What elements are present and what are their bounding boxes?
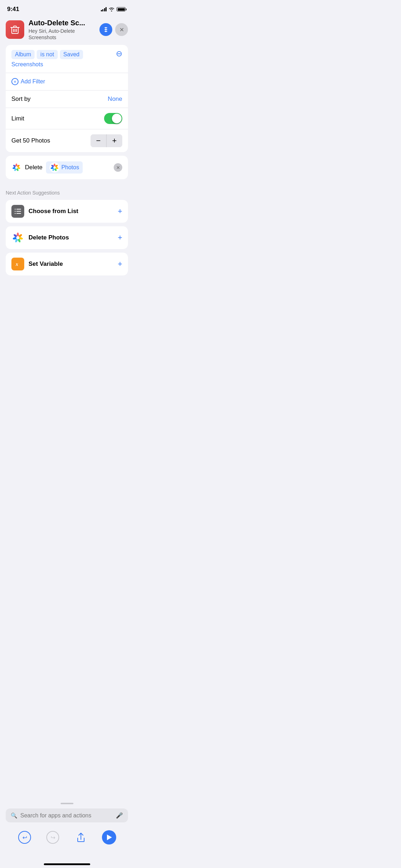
delete-remove-button[interactable]: ✕ [114,163,122,172]
app-title: Auto-Delete Sc... [29,19,95,27]
photos-chip-icon [50,162,60,172]
header: Auto-Delete Sc... Hey Siri, Auto-Delete … [0,16,134,45]
delete-label: Delete [25,164,42,171]
suggestion-variable-label: Set Variable [29,260,63,268]
filter-row[interactable]: Album is not Saved Screenshots ⊖ [6,45,128,73]
suggestion-choose-label: Choose from List [29,208,78,215]
suggestion-left-choose: Choose from List [11,205,78,218]
photos-chip-label: Photos [61,164,79,171]
svg-text:x: x [15,262,18,267]
status-icons [101,7,127,11]
suggestion-left-variable: x Set Variable [11,258,63,270]
filter-album-chip[interactable]: Album [11,50,35,59]
filter-content: Album is not Saved Screenshots [11,50,113,68]
svg-rect-26 [16,209,21,210]
add-filter-row[interactable]: + Add Filter [6,73,128,91]
status-bar: 9:41 [0,0,134,16]
variable-icon: x [11,258,24,270]
list-icon [11,205,24,218]
settings-button[interactable] [99,23,112,36]
filter-card: Album is not Saved Screenshots ⊖ + Add F… [6,45,128,152]
suggestions-section: Next Action Suggestions Choose from List… [0,183,134,283]
toggle-thumb [112,114,122,123]
plus-circle-icon: + [11,78,19,85]
get-photos-row: Get 50 Photos − + [6,129,128,152]
app-subtitle: Hey Siri, Auto-Delete Screenshots [29,28,95,41]
filter-value-chip[interactable]: Saved [60,50,83,59]
suggestion-choose-add-button[interactable]: + [118,207,122,216]
filter-condition-chip[interactable]: is not [37,50,57,59]
sort-label: Sort by [11,95,31,103]
svg-rect-27 [15,211,16,212]
add-filter-label: Add Filter [21,78,45,85]
stepper-plus-button[interactable]: + [107,134,122,147]
suggestion-delete-label: Delete Photos [29,234,69,241]
suggestion-variable-add-button[interactable]: + [118,259,122,269]
svg-point-39 [16,236,20,239]
limit-row[interactable]: Limit [6,108,128,129]
filter-remove-button[interactable]: ⊖ [116,50,122,58]
battery-icon [117,7,127,11]
suggestion-left-delete: Delete Photos [11,231,69,244]
add-filter-button[interactable]: + Add Filter [11,78,45,85]
photos-suggestion-icon [11,231,24,244]
svg-rect-30 [16,213,21,214]
signal-icon [101,7,107,11]
sort-value[interactable]: None [108,95,122,103]
limit-toggle[interactable] [104,113,122,124]
delete-action-content: Delete Photos [11,161,83,174]
photos-app-icon-delete [11,162,21,172]
status-time: 9:41 [7,6,19,13]
trash-icon [10,24,20,35]
get-photos-label: Get 50 Photos [11,137,50,144]
close-button[interactable]: ✕ [115,23,128,36]
quantity-stepper[interactable]: − + [91,134,122,147]
photos-chip[interactable]: Photos [46,161,83,174]
svg-point-24 [53,166,56,169]
suggestion-choose-from-list[interactable]: Choose from List + [6,200,128,223]
svg-rect-29 [15,213,16,214]
svg-rect-28 [16,211,21,212]
delete-action-card: Delete Photos ✕ [6,156,128,179]
limit-label: Limit [11,115,24,122]
wifi-icon [109,7,114,11]
svg-rect-25 [15,209,16,210]
scroll-area: Album is not Saved Screenshots ⊖ + Add F… [0,45,134,179]
app-icon [6,20,24,39]
suggestions-title: Next Action Suggestions [6,190,128,196]
header-text: Auto-Delete Sc... Hey Siri, Auto-Delete … [29,19,95,41]
svg-point-15 [15,166,18,169]
suggestion-set-variable[interactable]: x Set Variable + [6,253,128,275]
stepper-minus-button[interactable]: − [91,134,106,147]
filter-value2: Screenshots [11,61,43,68]
suggestion-delete-photos[interactable]: Delete Photos + [6,226,128,249]
sort-row[interactable]: Sort by None [6,91,128,108]
suggestion-delete-add-button[interactable]: + [118,233,122,242]
header-buttons: ✕ [99,23,128,36]
